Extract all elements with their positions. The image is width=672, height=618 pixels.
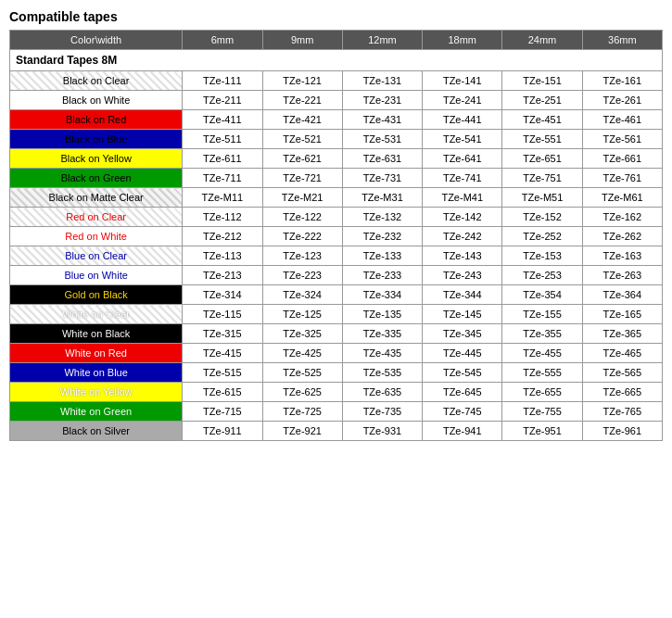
tape-code-cell: TZe-M11 (183, 188, 262, 208)
tape-code-cell: TZe-M61 (582, 188, 662, 208)
tape-code-cell: TZe-252 (502, 227, 582, 246)
tape-code-cell: TZe-641 (423, 149, 502, 169)
tape-code-cell: TZe-263 (582, 266, 662, 285)
table-row: White on GreenTZe-715TZe-725TZe-735TZe-7… (10, 402, 663, 422)
color-label-cell: White on Blue (10, 363, 183, 383)
tape-code-cell: TZe-921 (262, 422, 342, 441)
col-header-36mm: 36mm (582, 31, 662, 50)
tape-code-cell: TZe-315 (183, 324, 262, 344)
tape-code-cell: TZe-324 (262, 285, 342, 305)
col-header-6mm: 6mm (183, 31, 262, 50)
tape-code-cell: TZe-655 (502, 383, 582, 402)
section-header: Standard Tapes 8M (10, 50, 663, 71)
tape-code-cell: TZe-711 (183, 169, 262, 188)
tape-code-cell: TZe-751 (502, 169, 582, 188)
tape-code-cell: TZe-163 (582, 246, 662, 266)
tape-code-cell: TZe-515 (183, 363, 262, 383)
tape-code-cell: TZe-113 (183, 246, 262, 266)
table-row: Black on ClearTZe-111TZe-121TZe-131TZe-1… (10, 71, 663, 91)
color-label-cell: Black on Green (10, 169, 183, 188)
tape-code-cell: TZe-431 (342, 110, 422, 130)
table-row: Black on GreenTZe-711TZe-721TZe-731TZe-7… (10, 169, 663, 188)
tape-code-cell: TZe-545 (423, 363, 502, 383)
table-row: White on YellowTZe-615TZe-625TZe-635TZe-… (10, 383, 663, 402)
tape-code-cell: TZe-221 (262, 91, 342, 110)
tape-code-cell: TZe-645 (423, 383, 502, 402)
tape-code-cell: TZe-162 (582, 208, 662, 227)
color-label-cell: White on Clear (10, 305, 183, 324)
page-title: Compatible tapes (9, 9, 663, 24)
table-row: White on RedTZe-415TZe-425TZe-435TZe-445… (10, 344, 663, 363)
tape-code-cell: TZe-465 (582, 344, 662, 363)
color-label-cell: Black on Blue (10, 130, 183, 149)
tape-code-cell: TZe-961 (582, 422, 662, 441)
tape-code-cell: TZe-725 (262, 402, 342, 422)
tape-code-cell: TZe-325 (262, 324, 342, 344)
tape-code-cell: TZe-233 (342, 266, 422, 285)
tape-code-cell: TZe-555 (502, 363, 582, 383)
tape-code-cell: TZe-M51 (502, 188, 582, 208)
tape-code-cell: TZe-411 (183, 110, 262, 130)
tape-code-cell: TZe-355 (502, 324, 582, 344)
tape-code-cell: TZe-132 (342, 208, 422, 227)
color-label-cell: White on Green (10, 402, 183, 422)
color-label-cell: Black on Yellow (10, 149, 183, 169)
tape-code-cell: TZe-731 (342, 169, 422, 188)
color-label-cell: Black on Silver (10, 422, 183, 441)
tape-code-cell: TZe-611 (183, 149, 262, 169)
tape-code-cell: TZe-521 (262, 130, 342, 149)
tape-code-cell: TZe-211 (183, 91, 262, 110)
tape-code-cell: TZe-345 (423, 324, 502, 344)
tape-code-cell: TZe-765 (582, 402, 662, 422)
table-row: Blue on ClearTZe-113TZe-123TZe-133TZe-14… (10, 246, 663, 266)
tape-code-cell: TZe-425 (262, 344, 342, 363)
table-row: Red on ClearTZe-112TZe-122TZe-132TZe-142… (10, 208, 663, 227)
color-label-cell: White on Yellow (10, 383, 183, 402)
table-row: Black on SilverTZe-911TZe-921TZe-931TZe-… (10, 422, 663, 441)
tape-code-cell: TZe-141 (423, 71, 502, 91)
tape-code-cell: TZe-344 (423, 285, 502, 305)
tape-code-cell: TZe-631 (342, 149, 422, 169)
tape-code-cell: TZe-M41 (423, 188, 502, 208)
tape-code-cell: TZe-745 (423, 402, 502, 422)
tape-code-cell: TZe-665 (582, 383, 662, 402)
tape-code-cell: TZe-435 (342, 344, 422, 363)
tape-code-cell: TZe-133 (342, 246, 422, 266)
compatible-tapes-table: Color\width 6mm 9mm 12mm 18mm 24mm 36mm … (9, 30, 663, 441)
tape-code-cell: TZe-621 (262, 149, 342, 169)
table-row: White on ClearTZe-115TZe-125TZe-135TZe-1… (10, 305, 663, 324)
table-row: Black on Matte ClearTZe-M11TZe-M21TZe-M3… (10, 188, 663, 208)
tape-code-cell: TZe-931 (342, 422, 422, 441)
table-row: Black on BlueTZe-511TZe-521TZe-531TZe-54… (10, 130, 663, 149)
tape-code-cell: TZe-615 (183, 383, 262, 402)
tape-code-cell: TZe-261 (582, 91, 662, 110)
tape-code-cell: TZe-741 (423, 169, 502, 188)
col-header-color-width: Color\width (10, 31, 183, 50)
tape-code-cell: TZe-565 (582, 363, 662, 383)
tape-code-cell: TZe-911 (183, 422, 262, 441)
tape-code-cell: TZe-951 (502, 422, 582, 441)
tape-code-cell: TZe-651 (502, 149, 582, 169)
tape-code-cell: TZe-165 (582, 305, 662, 324)
table-row: White on BlackTZe-315TZe-325TZe-335TZe-3… (10, 324, 663, 344)
tape-code-cell: TZe-223 (262, 266, 342, 285)
tape-code-cell: TZe-455 (502, 344, 582, 363)
tape-code-cell: TZe-541 (423, 130, 502, 149)
tape-code-cell: TZe-153 (502, 246, 582, 266)
tape-code-cell: TZe-941 (423, 422, 502, 441)
tape-code-cell: TZe-531 (342, 130, 422, 149)
color-label-cell: Gold on Black (10, 285, 183, 305)
tape-code-cell: TZe-121 (262, 71, 342, 91)
col-header-18mm: 18mm (423, 31, 502, 50)
color-label-cell: Black on Matte Clear (10, 188, 183, 208)
tape-code-cell: TZe-721 (262, 169, 342, 188)
tape-code-cell: TZe-535 (342, 363, 422, 383)
tape-code-cell: TZe-715 (183, 402, 262, 422)
tape-code-cell: TZe-152 (502, 208, 582, 227)
color-label-cell: Red on White (10, 227, 183, 246)
tape-code-cell: TZe-M21 (262, 188, 342, 208)
tape-code-cell: TZe-262 (582, 227, 662, 246)
color-label-cell: Black on White (10, 91, 183, 110)
tape-code-cell: TZe-143 (423, 246, 502, 266)
tape-code-cell: TZe-661 (582, 149, 662, 169)
